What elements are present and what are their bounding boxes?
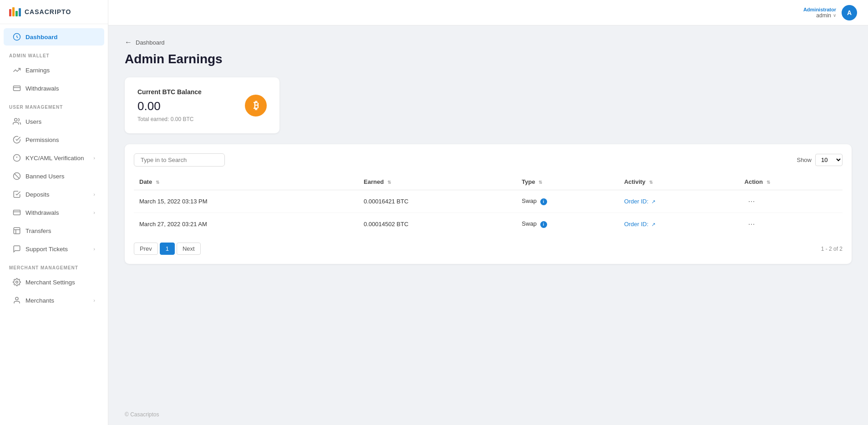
table-body: March 15, 2022 03:13 PM 0.00016421 BTC S… (134, 190, 843, 236)
earnings-icon (13, 66, 21, 74)
row1-action-btn[interactable]: ··· (745, 196, 759, 207)
show-control: Show 10 25 50 100 (797, 154, 843, 166)
balance-amount: 0.00 (137, 99, 202, 113)
svg-point-13 (15, 297, 18, 300)
svg-point-12 (16, 281, 18, 283)
row1-type-info[interactable]: i (540, 198, 547, 205)
breadcrumb-label: Dashboard (136, 39, 165, 46)
sidebar-label-merchants: Merchants (25, 297, 54, 304)
sidebar-item-kyc[interactable]: KYC/AML Verification › (4, 149, 104, 167)
col-type[interactable]: Type ⇅ (516, 174, 619, 190)
balance-sub: Total earned: 0.00 BTC (137, 116, 202, 122)
table-head: Date ⇅ Earned ⇅ Type ⇅ Activity (134, 174, 843, 190)
svg-rect-11 (14, 228, 20, 234)
row2-action-btn[interactable]: ··· (745, 218, 759, 230)
withdrawals-icon (13, 208, 21, 217)
support-chevron: › (93, 246, 95, 252)
row2-ext-icon: ↗ (651, 222, 655, 227)
dashboard-icon (13, 33, 21, 41)
sidebar-item-withdrawals-admin[interactable]: Withdrawals (4, 80, 104, 97)
sidebar-item-support[interactable]: Support Tickets › (4, 240, 104, 258)
permissions-icon (13, 136, 21, 144)
sidebar-item-merchants[interactable]: Merchants › (4, 292, 104, 309)
sidebar-label-kyc: KYC/AML Verification (25, 155, 84, 162)
merchants-icon (13, 296, 21, 304)
transfers-icon (13, 227, 21, 235)
sidebar-item-merchant-settings[interactable]: Merchant Settings (4, 273, 104, 291)
sidebar-item-permissions[interactable]: Permissions (4, 131, 104, 148)
sidebar-item-transfers[interactable]: Transfers (4, 222, 104, 239)
footer-text: © Casacriptos (125, 411, 159, 418)
sidebar-item-banned[interactable]: Banned Users (4, 167, 104, 185)
sidebar-item-dashboard[interactable]: Dashboard (4, 28, 104, 46)
show-label: Show (797, 157, 812, 163)
content-area: ← Dashboard Admin Earnings Current BTC B… (108, 25, 868, 404)
withdrawals-admin-icon (13, 84, 21, 92)
svg-rect-1 (14, 86, 20, 91)
table-toolbar: Show 10 25 50 100 (134, 153, 843, 167)
table-row: March 27, 2022 03:21 AM 0.00014502 BTC S… (134, 213, 843, 236)
row2-earned: 0.00014502 BTC (358, 213, 516, 236)
banned-icon (13, 172, 21, 180)
logo-text: CASACRIPTO (25, 8, 71, 15)
col-activity[interactable]: Activity ⇅ (619, 174, 739, 190)
merchants-chevron: › (93, 298, 95, 303)
next-button[interactable]: Next (177, 243, 201, 255)
row1-activity: Order ID: ↗ (619, 190, 739, 213)
pagination-buttons: Prev 1 Next (134, 243, 201, 255)
sidebar-label-withdrawals: Withdrawals (25, 209, 59, 216)
row2-order-link[interactable]: Order ID: ↗ (624, 221, 655, 228)
row1-order-link[interactable]: Order ID: ↗ (624, 198, 655, 205)
user-role: Administrator (803, 7, 836, 12)
svg-rect-9 (14, 210, 20, 215)
section-merchant-management: Merchant Management (0, 258, 108, 273)
sidebar-label-support: Support Tickets (25, 246, 68, 253)
page-title: Admin Earnings (125, 52, 852, 66)
btc-icon: ₿ (245, 95, 267, 116)
col-earned[interactable]: Earned ⇅ (358, 174, 516, 190)
sidebar-item-earnings[interactable]: Earnings (4, 61, 104, 79)
breadcrumb[interactable]: ← Dashboard (125, 38, 852, 46)
logo-area: CASACRIPTO (0, 0, 108, 24)
pagination: Prev 1 Next 1 - 2 of 2 (134, 243, 843, 255)
sidebar-label-dashboard: Dashboard (25, 34, 58, 40)
col-action[interactable]: Action ⇅ (739, 174, 843, 190)
row2-type: Swap i (516, 213, 619, 236)
sidebar-item-withdrawals[interactable]: Withdrawals › (4, 204, 104, 221)
show-select[interactable]: 10 25 50 100 (815, 154, 843, 166)
earned-sort-icon: ⇅ (387, 180, 391, 185)
avatar[interactable]: A (842, 5, 857, 20)
type-sort-icon: ⇅ (538, 180, 542, 185)
section-admin-wallet: Admin Wallet (0, 46, 108, 61)
sidebar-label-transfers: Transfers (25, 228, 51, 234)
users-icon (13, 117, 21, 126)
sidebar-label-withdrawals-admin: Withdrawals (25, 85, 59, 92)
row1-type: Swap i (516, 190, 619, 213)
section-user-management: User Management (0, 97, 108, 112)
user-info: Administrator admin ∨ (803, 7, 836, 19)
page-1-button[interactable]: 1 (160, 243, 175, 255)
sidebar-item-deposits[interactable]: Deposits › (4, 186, 104, 203)
kyc-icon (13, 154, 21, 162)
sidebar-label-banned: Banned Users (25, 173, 65, 180)
main-wrapper: Administrator admin ∨ A ← Dashboard Admi… (108, 0, 868, 425)
balance-info: Current BTC Balance 0.00 Total earned: 0… (137, 88, 202, 122)
table-card: Show 10 25 50 100 Date ⇅ (125, 144, 852, 264)
user-name: admin ∨ (816, 12, 836, 19)
deposits-chevron: › (93, 192, 95, 197)
deposits-icon (13, 190, 21, 198)
kyc-chevron: › (93, 155, 95, 161)
sidebar-item-users[interactable]: Users (4, 113, 104, 130)
svg-line-8 (15, 174, 20, 179)
page-count: 1 - 2 of 2 (821, 246, 843, 252)
row2-type-info[interactable]: i (540, 221, 547, 228)
col-date[interactable]: Date ⇅ (134, 174, 358, 190)
row2-action: ··· (739, 213, 843, 236)
sidebar-label-merchant-settings: Merchant Settings (25, 279, 75, 286)
prev-button[interactable]: Prev (134, 243, 158, 255)
sidebar-label-permissions: Permissions (25, 137, 59, 143)
topbar: Administrator admin ∨ A (108, 0, 868, 25)
withdrawals-chevron: › (93, 210, 95, 215)
user-chevron: ∨ (833, 13, 836, 18)
search-input[interactable] (134, 153, 225, 167)
